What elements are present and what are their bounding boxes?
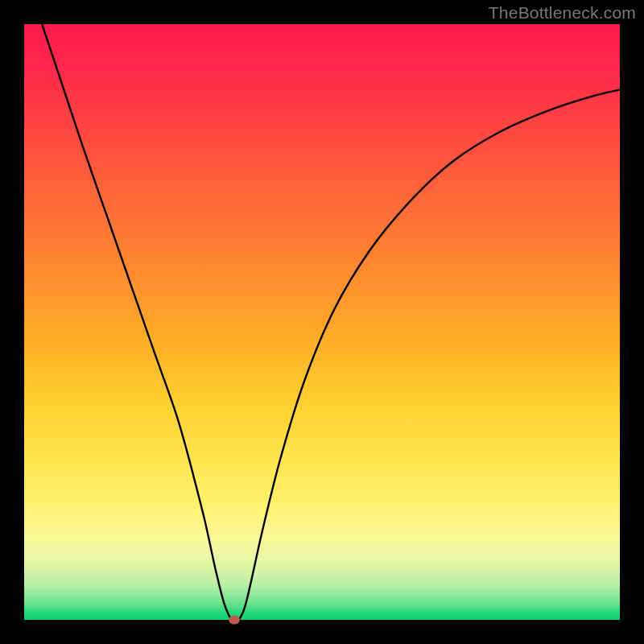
curve-svg: [24, 24, 620, 620]
bottleneck-curve: [42, 24, 620, 620]
optimum-marker: [229, 616, 240, 625]
plot-area: [24, 24, 620, 620]
chart-frame: TheBottleneck.com: [0, 0, 644, 644]
watermark-label: TheBottleneck.com: [489, 3, 636, 23]
